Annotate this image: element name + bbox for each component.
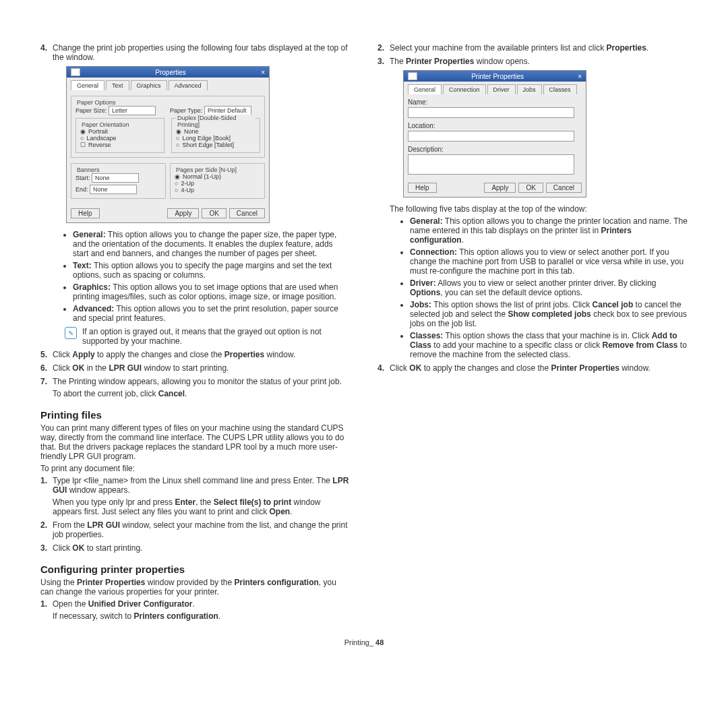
tab-general[interactable]: General [71, 80, 104, 90]
config-heading: Configuring printer properties [40, 564, 351, 575]
orientation-legend: Paper Orientation [80, 121, 131, 128]
close-icon[interactable]: × [261, 69, 265, 76]
location-input[interactable] [408, 131, 574, 142]
step-4-text: Change the print job properties using th… [53, 43, 348, 62]
printer-properties-dialog: Printer Properties × General Connection … [403, 70, 586, 198]
pp-tab-general[interactable]: General [408, 84, 442, 94]
tab-advanced[interactable]: Advanced [169, 80, 208, 90]
note-box: ✎ If an option is grayed out, it means t… [65, 327, 351, 346]
apply-button[interactable]: Apply [167, 208, 199, 218]
description-input[interactable] [408, 154, 574, 175]
window-icon [408, 72, 417, 80]
bullet-advanced: Advanced: This option allows you to set … [73, 304, 351, 323]
close-icon[interactable]: × [578, 73, 582, 80]
paper-options-group: Paper Options Paper Size: Letter Paper T… [71, 96, 265, 158]
paper-type-label: Paper Type: [170, 107, 202, 114]
dialog-titlebar: Properties × [67, 67, 269, 78]
pp-tab-driver[interactable]: Driver [487, 84, 516, 94]
pp-cancel-button[interactable]: Cancel [546, 183, 582, 193]
radio-duplex-short[interactable]: ○Short Edge [Tablet] [176, 142, 255, 148]
printing-files-heading: Printing files [40, 409, 351, 421]
page-footer: Printing_ 48 [40, 638, 688, 646]
pp-titlebar: Printer Properties × [404, 71, 586, 82]
bullet-text: Text: This option allows you to specify … [73, 261, 351, 280]
r-bullet-jobs: Jobs: This option shows the list of prin… [410, 300, 688, 328]
pp-tab-jobs[interactable]: Jobs [517, 84, 542, 94]
location-label: Location: [408, 122, 582, 129]
config-text: Using the Printer Properties window prov… [40, 578, 351, 597]
r-step-3: 3.The Printer Properties window opens. P… [390, 57, 688, 359]
r-step-4: 4.Click OK to apply the changes and clos… [390, 363, 688, 373]
tab-graphics[interactable]: Graphics [131, 80, 167, 90]
radio-nup-1[interactable]: ◉Normal (1-Up) [175, 173, 260, 180]
r-bullet-classes: Classes: This option shows the class tha… [410, 331, 688, 359]
radio-duplex-none[interactable]: ◉None [176, 128, 255, 135]
radio-nup-4[interactable]: ○4-Up [175, 187, 260, 193]
step-7: 7.The Printing window appears, allowing … [53, 377, 351, 398]
note-text: If an option is grayed out, it means tha… [82, 327, 351, 346]
left-column: 4.Change the print job properties using … [40, 40, 351, 625]
banner-end-select[interactable]: None [90, 185, 137, 194]
properties-dialog: Properties × General Text Graphics Advan… [66, 66, 270, 223]
step-5: 5.Click Apply to apply the changes and c… [53, 350, 351, 359]
dialog-tabs: General Text Graphics Advanced [67, 78, 269, 90]
banners-legend: Banners [75, 166, 101, 173]
duplex-legend: Duplex [Double-Sided Printing] [176, 115, 255, 128]
bullet-graphics: Graphics: This option allows you to set … [73, 282, 351, 301]
bullet-general: General: This option allows you to chang… [73, 230, 351, 258]
name-input[interactable] [408, 107, 574, 118]
help-button[interactable]: Help [71, 208, 100, 218]
tab-text[interactable]: Text [106, 80, 129, 90]
pp-ok-button[interactable]: OK [518, 183, 543, 193]
r-bullet-general: General: This option allows you to chang… [410, 216, 688, 245]
banner-end-label: End: [75, 186, 88, 193]
pp-tab-classes[interactable]: Classes [543, 84, 577, 94]
r-step-2: 2.Select your machine from the available… [390, 43, 688, 53]
r-bullet-connection: Connection: This option allows you to vi… [410, 247, 688, 276]
pf-step-1: 1.Type lpr <file_name> from the Linux sh… [53, 476, 351, 516]
pp-tabs: General Connection Driver Jobs Classes [404, 82, 586, 94]
banner-start-select[interactable]: None [92, 173, 139, 183]
printing-files-text: You can print many different types of fi… [40, 423, 351, 461]
pages-legend: Pages per Side [N-Up] [175, 166, 238, 173]
banner-start-label: Start: [75, 175, 90, 181]
radio-landscape[interactable]: ○Landscape [80, 135, 160, 142]
cancel-button[interactable]: Cancel [229, 208, 265, 218]
pp-apply-button[interactable]: Apply [484, 183, 516, 193]
cfg-step-1: 1.Open the Unified Driver Configurator. … [53, 599, 351, 621]
ok-button[interactable]: OK [202, 208, 226, 218]
step-4: 4.Change the print job properties using … [53, 43, 351, 346]
description-label: Description: [408, 146, 582, 153]
check-reverse[interactable]: ☐Reverse [80, 142, 160, 148]
radio-portrait[interactable]: ◉Portrait [80, 128, 160, 135]
printing-files-text2: To print any document file: [40, 464, 351, 473]
step-6: 6.Click OK in the LPR GUI window to star… [53, 363, 351, 373]
note-icon: ✎ [65, 327, 77, 339]
right-column: 2.Select your machine from the available… [377, 40, 688, 625]
tabs-intro: The following five tabs display at the t… [390, 204, 688, 214]
paper-size-label: Paper Size: [75, 107, 107, 114]
pf-step-2: 2.From the LPR GUI window, select your m… [53, 520, 351, 539]
r-bullet-driver: Driver: Allows you to view or select ano… [410, 278, 688, 297]
pp-tab-connection[interactable]: Connection [443, 84, 486, 94]
paper-type-select[interactable]: Printer Default [204, 106, 251, 115]
paper-size-select[interactable]: Letter [109, 106, 156, 115]
paper-options-legend: Paper Options [75, 99, 117, 106]
name-label: Name: [408, 98, 582, 106]
window-icon [71, 68, 80, 76]
dialog-title: Properties [155, 69, 186, 76]
radio-nup-2[interactable]: ○2-Up [175, 180, 260, 187]
pp-title: Printer Properties [471, 73, 524, 80]
pp-help-button[interactable]: Help [408, 183, 437, 193]
pf-step-3: 3.Click OK to start printing. [53, 543, 351, 553]
radio-duplex-long[interactable]: ○Long Edge [Book] [176, 135, 255, 142]
